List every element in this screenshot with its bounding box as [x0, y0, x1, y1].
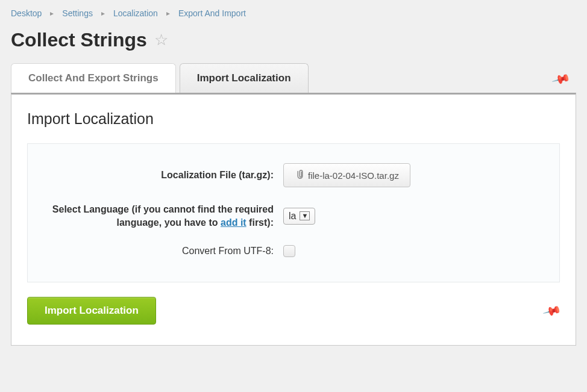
pin-icon[interactable]: 📌: [542, 300, 563, 320]
tabs: Collect And Export Strings Import Locali…: [11, 63, 576, 93]
label-select-language: Select Language (if you cannot find the …: [42, 203, 283, 229]
file-upload-button[interactable]: file-la-02-04-ISO.tar.gz: [283, 163, 410, 187]
form-container: Localization File (tar.gz): file-la-02-0…: [27, 143, 560, 282]
favorite-star-icon[interactable]: ☆: [154, 31, 168, 49]
attachment-icon: [295, 169, 303, 181]
breadcrumb-item-export-import[interactable]: Export And Import: [178, 8, 246, 18]
file-name: file-la-02-04-ISO.tar.gz: [308, 170, 399, 181]
import-localization-button[interactable]: Import Localization: [27, 297, 156, 325]
page-header: Collect Strings ☆: [0, 23, 587, 63]
breadcrumb-item-desktop[interactable]: Desktop: [11, 8, 42, 18]
breadcrumb-separator-icon: ▸: [166, 9, 170, 17]
tab-collect-export[interactable]: Collect And Export Strings: [11, 63, 176, 93]
breadcrumb-item-localization[interactable]: Localization: [113, 8, 158, 18]
breadcrumb: Desktop ▸ Settings ▸ Localization ▸ Expo…: [0, 0, 587, 23]
add-language-link[interactable]: add it: [221, 217, 246, 228]
tab-import-localization[interactable]: Import Localization: [180, 63, 309, 93]
row-convert-utf8: Convert From UTF-8:: [42, 244, 545, 258]
panel-heading: Import Localization: [27, 110, 560, 128]
breadcrumb-separator-icon: ▸: [50, 9, 54, 17]
convert-utf8-checkbox[interactable]: [283, 245, 295, 257]
breadcrumb-item-settings[interactable]: Settings: [62, 8, 93, 18]
row-select-language: Select Language (if you cannot find the …: [42, 203, 545, 229]
language-select-value: la: [289, 211, 296, 222]
label-localization-file: Localization File (tar.gz):: [42, 169, 283, 182]
language-select[interactable]: la ▼: [283, 208, 315, 225]
panel-import-localization: Import Localization Localization File (t…: [11, 93, 576, 346]
row-localization-file: Localization File (tar.gz): file-la-02-0…: [42, 163, 545, 187]
chevron-down-icon: ▼: [300, 211, 310, 220]
breadcrumb-separator-icon: ▸: [101, 9, 105, 17]
page-title: Collect Strings: [11, 29, 147, 51]
label-convert-utf8: Convert From UTF-8:: [42, 244, 283, 258]
